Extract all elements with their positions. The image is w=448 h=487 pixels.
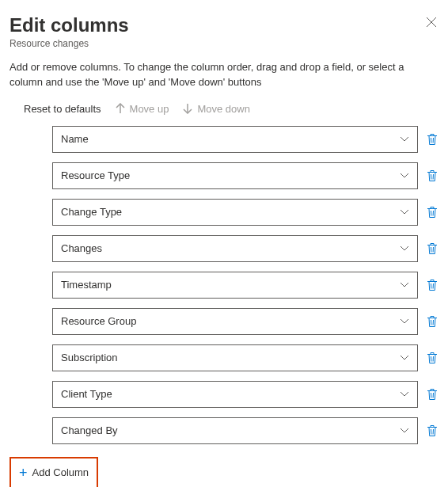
column-row: Resource Type	[52, 162, 439, 189]
chevron-down-icon	[400, 318, 409, 325]
delete-column-button[interactable]	[426, 315, 439, 328]
column-row: Changes	[52, 235, 439, 262]
column-label: Client Type	[61, 388, 112, 400]
trash-icon	[426, 242, 439, 255]
chevron-down-icon	[400, 428, 409, 434]
column-row: Timestamp	[52, 272, 439, 299]
column-row: Changed By	[52, 417, 439, 444]
page-subtitle: Resource changes	[9, 38, 129, 49]
trash-icon	[426, 133, 439, 146]
trash-icon	[426, 169, 439, 182]
trash-icon	[426, 279, 439, 291]
column-row: Subscription	[52, 344, 439, 371]
column-dropdown[interactable]: Subscription	[52, 344, 418, 371]
chevron-down-icon	[400, 209, 409, 215]
trash-icon	[426, 352, 439, 364]
chevron-down-icon	[400, 282, 409, 288]
delete-column-button[interactable]	[426, 279, 439, 291]
columns-list: NameResource TypeChange TypeChangesTimes…	[52, 126, 439, 444]
trash-icon	[426, 424, 439, 437]
add-column-button[interactable]: + Add Column	[9, 457, 98, 487]
delete-column-button[interactable]	[426, 133, 439, 146]
trash-icon	[426, 388, 439, 401]
move-down-button[interactable]: Move down	[183, 103, 249, 115]
description-text: Add or remove columns. To change the col…	[9, 60, 439, 90]
column-row: Client Type	[52, 381, 439, 408]
column-label: Resource Group	[61, 315, 136, 327]
trash-icon	[426, 315, 439, 328]
plus-icon: +	[19, 466, 28, 480]
column-label: Resource Type	[61, 169, 130, 181]
column-dropdown[interactable]: Resource Group	[52, 308, 418, 335]
delete-column-button[interactable]	[426, 424, 439, 437]
column-dropdown[interactable]: Name	[52, 126, 418, 153]
page-title: Edit columns	[9, 14, 129, 36]
arrow-down-icon	[183, 103, 192, 114]
chevron-down-icon	[400, 173, 409, 179]
column-label: Subscription	[61, 352, 118, 363]
chevron-down-icon	[400, 136, 409, 143]
column-row: Change Type	[52, 199, 439, 226]
chevron-down-icon	[400, 391, 409, 398]
column-label: Change Type	[61, 206, 122, 218]
column-dropdown[interactable]: Resource Type	[52, 162, 418, 189]
column-label: Changed By	[61, 424, 118, 436]
close-icon	[426, 17, 437, 28]
toolbar: Reset to defaults Move up Move down	[24, 103, 439, 115]
trash-icon	[426, 206, 439, 219]
delete-column-button[interactable]	[426, 352, 439, 364]
delete-column-button[interactable]	[426, 242, 439, 255]
column-label: Name	[61, 133, 89, 145]
delete-column-button[interactable]	[426, 388, 439, 401]
column-dropdown[interactable]: Changes	[52, 235, 418, 262]
move-down-label: Move down	[197, 103, 249, 115]
delete-column-button[interactable]	[426, 169, 439, 182]
add-column-label: Add Column	[32, 466, 89, 478]
chevron-down-icon	[400, 355, 409, 361]
column-row: Name	[52, 126, 439, 153]
reset-defaults-link[interactable]: Reset to defaults	[24, 103, 101, 115]
chevron-down-icon	[400, 245, 409, 252]
column-label: Timestamp	[61, 279, 112, 291]
close-button[interactable]	[424, 14, 439, 32]
column-row: Resource Group	[52, 308, 439, 335]
column-dropdown[interactable]: Client Type	[52, 381, 418, 408]
move-up-button[interactable]: Move up	[116, 103, 169, 115]
column-dropdown[interactable]: Changed By	[52, 417, 418, 444]
delete-column-button[interactable]	[426, 206, 439, 219]
column-dropdown[interactable]: Change Type	[52, 199, 418, 226]
move-up-label: Move up	[130, 103, 169, 115]
arrow-up-icon	[116, 103, 125, 114]
column-dropdown[interactable]: Timestamp	[52, 272, 418, 299]
column-label: Changes	[61, 242, 102, 254]
